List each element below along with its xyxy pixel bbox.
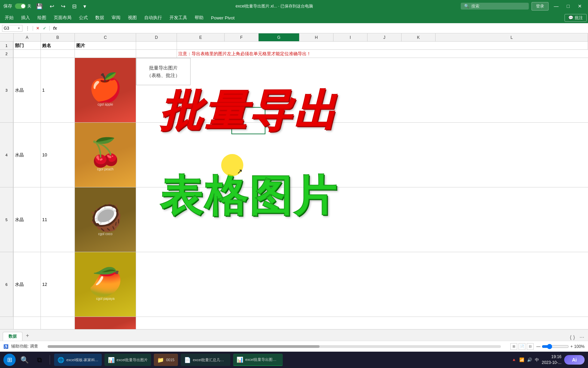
cell-b5[interactable]: 11 [41, 187, 75, 252]
corner-cell[interactable] [0, 33, 14, 41]
zoom-in-icon[interactable]: + [570, 344, 573, 349]
network-icon[interactable]: 📶 [519, 357, 524, 362]
cell-ref-dropdown[interactable]: ▾ [17, 26, 20, 30]
cell-c3-fruit[interactable]: 🍎 cgol apple [75, 58, 136, 122]
sheet-nav-arrows[interactable]: ⟨ ⟩ [567, 334, 578, 341]
comment-button[interactable]: 💬 批注 [565, 14, 587, 22]
autosave-toggle[interactable]: 关 [15, 3, 31, 9]
cell-a7[interactable] [14, 317, 41, 329]
save-icon[interactable]: 💾 [34, 2, 45, 10]
confirm-formula-btn[interactable]: ✓ [42, 26, 47, 31]
taskbar-item-0015[interactable]: 📁 0015 [154, 354, 178, 366]
cell-b2[interactable] [41, 50, 75, 58]
row-header-1[interactable]: 1 [0, 42, 13, 50]
cell-reference-box[interactable]: G3 ▾ [2, 25, 22, 32]
ai-button[interactable]: Ai [564, 355, 585, 365]
menu-draw[interactable]: 绘图 [34, 13, 50, 22]
login-button[interactable]: 登录 [532, 2, 549, 11]
menu-view[interactable]: 视图 [125, 13, 140, 22]
cells-d5-plus[interactable] [136, 187, 588, 252]
col-header-c[interactable]: C [75, 33, 136, 41]
cells-d3-plus[interactable] [136, 58, 588, 122]
cell-c2[interactable] [75, 50, 136, 58]
cell-b1[interactable]: 姓名 [41, 42, 75, 49]
menu-insert[interactable]: 插入 [18, 13, 33, 22]
search-input[interactable] [471, 4, 519, 9]
sheet-options-icon[interactable]: ⋯ [578, 334, 585, 341]
row-header-2[interactable]: 2 [0, 50, 13, 58]
zoom-slider[interactable] [542, 344, 569, 349]
redo-icon[interactable]: ↪ [59, 2, 67, 10]
taskbar-item-excel-template[interactable]: 🌐 excel模板-家家科... [54, 354, 102, 366]
cell-b7[interactable] [41, 317, 75, 329]
search-box[interactable]: 🔍 [461, 3, 529, 10]
col-header-f[interactable]: F [225, 33, 259, 41]
tray-icon-1[interactable]: 🔺 [511, 357, 517, 362]
taskbar-item-export-img[interactable]: 📊 excel批量导出图片 [104, 354, 151, 366]
cell-b4[interactable]: 10 [41, 123, 75, 187]
page-break-btn[interactable]: ⊟ [527, 343, 534, 350]
cell-d2[interactable] [136, 50, 177, 58]
maximize-button[interactable]: □ [564, 3, 572, 10]
row-header-6[interactable]: 6 [0, 252, 13, 317]
taskbar-task-view[interactable]: ⧉ [33, 354, 46, 366]
col-header-g[interactable]: G [259, 33, 299, 41]
col-header-k[interactable]: K [402, 33, 436, 41]
menu-autoexec[interactable]: 自动执行 [141, 13, 165, 22]
cells-d7-plus[interactable] [136, 317, 588, 329]
cell-ef1[interactable] [177, 42, 588, 49]
cell-a6[interactable]: 水晶 [14, 252, 41, 317]
cell-c4-fruit[interactable]: 🍒 cgol peach [75, 123, 136, 187]
col-header-h[interactable]: H [299, 33, 333, 41]
menu-developer[interactable]: 开发工具 [166, 13, 191, 22]
cell-d1[interactable] [136, 42, 177, 49]
col-header-j[interactable]: J [368, 33, 402, 41]
row-header-3[interactable]: 3 [0, 58, 13, 123]
menu-page-layout[interactable]: 页面布局 [50, 13, 75, 22]
zoom-out-icon[interactable]: — [536, 344, 540, 349]
cell-a5[interactable]: 水晶 [14, 187, 41, 252]
col-header-d[interactable]: D [136, 33, 177, 41]
menu-power-pivot[interactable]: Power Pivot [208, 14, 238, 22]
minimize-button[interactable]: — [551, 3, 561, 10]
normal-view-btn[interactable]: ⊞ [510, 343, 517, 350]
add-sheet-button[interactable]: + [23, 331, 32, 340]
taskbar-item-active-excel[interactable]: 📊 excel批量导出图片... [233, 354, 283, 366]
menu-home[interactable]: 开始 [1, 13, 17, 22]
horizontal-scrollbar[interactable] [48, 345, 501, 348]
cell-a3[interactable]: 水晶 [14, 58, 41, 122]
start-button[interactable]: ⊞ [3, 354, 16, 366]
page-view-btn[interactable]: 📄 [519, 343, 525, 350]
menu-review[interactable]: 审阅 [108, 13, 124, 22]
cell-c7-fruit[interactable] [75, 317, 136, 329]
volume-icon[interactable]: 🔊 [527, 357, 532, 362]
close-button[interactable]: ✕ [575, 3, 585, 10]
menu-help[interactable]: 帮助 [191, 13, 207, 22]
system-clock[interactable]: 19:16 2023-10-... [542, 354, 561, 366]
cell-c6-fruit[interactable]: 🥭 cgol papaya [75, 252, 136, 317]
col-header-e[interactable]: E [177, 33, 225, 41]
toggle-switch[interactable] [15, 3, 26, 9]
ime-indicator[interactable]: 中 [535, 357, 539, 363]
cells-d4-plus[interactable] [136, 123, 588, 187]
helper-label[interactable]: 辅助功能: 调查 [11, 343, 38, 349]
cell-b3[interactable]: 1 [41, 58, 75, 122]
col-header-a[interactable]: A [14, 33, 41, 41]
col-header-l[interactable]: L [436, 33, 588, 41]
cell-c5-fruit[interactable]: 🥥 cgol coco [75, 187, 136, 252]
taskbar-search[interactable]: 🔍 [18, 354, 31, 366]
cell-c1[interactable]: 图片 [75, 42, 136, 49]
sheet-tab-data[interactable]: 数据 [3, 332, 22, 341]
cell-a1[interactable]: 部门 [14, 42, 41, 49]
cell-a4[interactable]: 水晶 [14, 123, 41, 187]
quick-access-dropdown[interactable]: ▾ [81, 2, 88, 10]
row-header-5[interactable]: 5 [0, 187, 13, 252]
menu-data[interactable]: 数据 [92, 13, 108, 22]
taskbar-item-batch-summary[interactable]: 📄 excel批量汇总几千... [181, 354, 230, 366]
row-header-4[interactable]: 4 [0, 123, 13, 187]
menu-formula[interactable]: 公式 [76, 13, 91, 22]
print-preview-icon[interactable]: ⊟ [70, 2, 79, 10]
undo-icon[interactable]: ↩ [48, 2, 56, 10]
cells-d6-plus[interactable] [136, 252, 588, 317]
zoom-control[interactable]: — + 100% [536, 344, 585, 349]
